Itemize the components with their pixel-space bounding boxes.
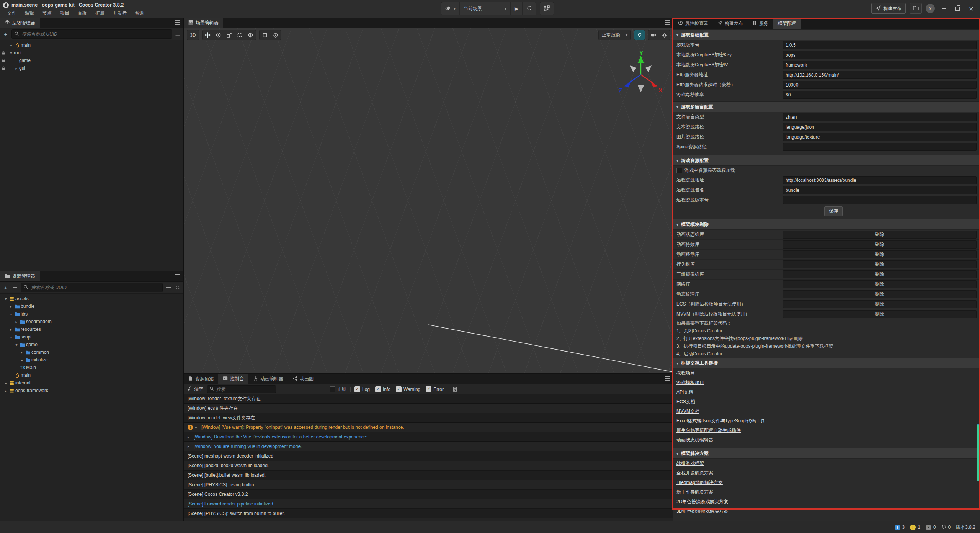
field-input[interactable] bbox=[783, 143, 977, 151]
field-input[interactable] bbox=[783, 133, 977, 141]
tab-构建发布[interactable]: 构建发布 bbox=[713, 18, 748, 29]
section-header[interactable]: ▾游戏资源配置 bbox=[673, 155, 980, 166]
panel-menu-icon[interactable] bbox=[175, 20, 180, 21]
tree-item-resources[interactable]: ▸resources bbox=[0, 325, 183, 333]
tree-item-internal[interactable]: ▸internal bbox=[0, 379, 183, 387]
scale-tool-button[interactable] bbox=[224, 30, 234, 40]
tab-控制台[interactable]: 控制台 bbox=[218, 374, 248, 384]
chevron-down-icon[interactable]: ▾ bbox=[14, 343, 19, 347]
remove-module-button[interactable]: 剔除 bbox=[783, 270, 977, 278]
camera-settings-button[interactable] bbox=[648, 30, 659, 40]
tab-assets[interactable]: 资源管理器 bbox=[0, 271, 40, 281]
tree-item-initialize[interactable]: ▸initialize bbox=[0, 356, 183, 364]
tab-框架配置[interactable]: 框架配置 bbox=[773, 18, 801, 29]
remove-module-button[interactable]: 剔除 bbox=[783, 280, 977, 288]
build-publish-button[interactable]: 构建发布 bbox=[871, 3, 906, 14]
remove-module-button[interactable]: 剔除 bbox=[783, 250, 977, 258]
clear-console-button[interactable]: 清空 bbox=[187, 386, 203, 392]
log-row[interactable]: [Scene] Forward render pipeline initiali… bbox=[184, 499, 673, 509]
status-warning-count[interactable]: ! 1 bbox=[910, 525, 920, 530]
scrollbar-thumb[interactable] bbox=[977, 424, 980, 481]
field-input[interactable] bbox=[783, 196, 977, 204]
field-input[interactable] bbox=[783, 123, 977, 131]
tree-item-common[interactable]: ▸common bbox=[0, 348, 183, 356]
menu-7[interactable]: 开发者 bbox=[109, 9, 131, 17]
field-input[interactable] bbox=[783, 81, 977, 89]
add-asset-button[interactable]: + bbox=[2, 284, 9, 291]
log-row[interactable]: ▸[Window] You are running Vue in develop… bbox=[184, 442, 673, 451]
log-row[interactable]: [Scene] [PHYSICS]: switch from builtin t… bbox=[184, 509, 673, 518]
section-header[interactable]: ▾游戏基础配置 bbox=[673, 29, 980, 40]
tab-动画编辑器[interactable]: 动画编辑器 bbox=[248, 374, 288, 384]
doc-link[interactable]: MVVM文档 bbox=[676, 408, 699, 415]
open-folder-button[interactable] bbox=[910, 3, 922, 14]
field-input[interactable] bbox=[783, 61, 977, 69]
add-node-button[interactable]: + bbox=[2, 31, 9, 38]
field-input[interactable] bbox=[783, 176, 977, 184]
tree-item-root[interactable]: ▾root bbox=[0, 49, 183, 57]
save-button[interactable]: 保存 bbox=[824, 206, 843, 216]
remote-load-checkbox-row[interactable]: 游戏中资源是否远程加载 bbox=[673, 166, 980, 175]
chevron-right-icon[interactable]: ▸ bbox=[19, 350, 24, 355]
menu-5[interactable]: 面板 bbox=[74, 9, 91, 17]
chevron-down-icon[interactable]: ▾ bbox=[8, 43, 14, 47]
doc-link[interactable]: 原生包热更新配置自动生成插件 bbox=[676, 427, 741, 434]
log-row[interactable]: [Scene] [box2d]:box2d wasm lib loaded. bbox=[184, 461, 673, 471]
remove-module-button[interactable]: 剔除 bbox=[783, 310, 977, 318]
gear-icon[interactable] bbox=[659, 30, 670, 40]
doc-link[interactable]: 动画状态机编辑器 bbox=[676, 437, 713, 443]
assets-searchbox[interactable] bbox=[21, 283, 163, 292]
section-header[interactable]: ▾游戏多语言配置 bbox=[673, 101, 980, 112]
chevron-down-icon[interactable]: ▾ bbox=[8, 51, 14, 55]
field-input[interactable] bbox=[783, 51, 977, 59]
hierarchy-searchbox[interactable] bbox=[11, 29, 172, 39]
assets-search-input[interactable] bbox=[30, 284, 160, 291]
menu-3[interactable]: 节点 bbox=[38, 9, 56, 17]
3d-mode-button[interactable]: 3D bbox=[187, 30, 199, 40]
tree-item-game[interactable]: game bbox=[0, 57, 183, 64]
doc-link[interactable]: 教程项目 bbox=[676, 370, 695, 376]
pivot-button[interactable] bbox=[260, 30, 270, 40]
tree-item-Main[interactable]: TSMain bbox=[0, 364, 183, 371]
solution-link[interactable]: 全栈开发解决方案 bbox=[676, 470, 713, 476]
log-row[interactable]: [Scene] [bullet]:bullet wasm lib loaded. bbox=[184, 471, 673, 480]
chevron-right-icon[interactable]: ▸ bbox=[3, 381, 8, 385]
axis-gizmo[interactable]: Y X Z bbox=[616, 50, 666, 101]
tab-动画图[interactable]: 动画图 bbox=[288, 374, 318, 384]
solution-link[interactable]: 新手引导解决方案 bbox=[676, 489, 713, 495]
field-input[interactable] bbox=[783, 186, 977, 194]
tree-item-seedrandom[interactable]: ▸seedrandom bbox=[0, 318, 183, 325]
log-row[interactable]: [Scene] Cocos Creator v3.8.2 bbox=[184, 490, 673, 499]
log-row[interactable]: [Window] render_texture文件夹存在 bbox=[184, 394, 673, 404]
help-button[interactable]: ? bbox=[926, 4, 935, 13]
log-file-icon[interactable] bbox=[452, 387, 459, 392]
filter-error[interactable]: ✓Error bbox=[426, 386, 444, 392]
tree-item-main[interactable]: ▾main bbox=[0, 41, 183, 49]
tree-item-assets[interactable]: ▾assets bbox=[0, 295, 183, 302]
refresh-icon[interactable] bbox=[174, 285, 181, 290]
remove-module-button[interactable]: 剔除 bbox=[783, 300, 977, 308]
field-input[interactable] bbox=[783, 71, 977, 79]
tab-服务[interactable]: 服务 bbox=[748, 18, 773, 29]
tab-scene-editor[interactable]: 场景编辑器 bbox=[184, 18, 223, 28]
chevron-down-icon[interactable]: ▾ bbox=[3, 297, 8, 301]
solution-link[interactable]: 战棋游戏框架 bbox=[676, 460, 704, 467]
solution-link[interactable]: 2D角色扮演游戏解决方案 bbox=[676, 499, 728, 505]
move-tool-button[interactable] bbox=[203, 30, 213, 40]
status-error-count[interactable]: × 0 bbox=[926, 525, 936, 530]
section-header[interactable]: ▾框架文档工具链接 bbox=[673, 358, 980, 368]
platform-select-button[interactable]: ▾ bbox=[441, 2, 460, 15]
tree-item-oops-framework[interactable]: ▸oops-framework bbox=[0, 387, 183, 394]
reload-button[interactable] bbox=[523, 2, 536, 15]
console-searchbox[interactable] bbox=[207, 385, 276, 393]
expand-icon[interactable]: ▸ bbox=[195, 425, 199, 429]
field-input[interactable] bbox=[783, 41, 977, 49]
chevron-right-icon[interactable]: ▸ bbox=[14, 320, 19, 324]
solution-link[interactable]: Tiledmap地图解决方案 bbox=[676, 479, 723, 486]
filter-log[interactable]: ✓Log bbox=[354, 386, 370, 392]
doc-link[interactable]: API文档 bbox=[676, 389, 693, 396]
log-row[interactable]: [Scene] [PHYSICS]: using builtin. bbox=[184, 480, 673, 490]
tree-item-script[interactable]: ▾script bbox=[0, 333, 183, 341]
status-notifications[interactable]: 0 bbox=[941, 524, 951, 531]
menu-6[interactable]: 扩展 bbox=[91, 9, 109, 17]
